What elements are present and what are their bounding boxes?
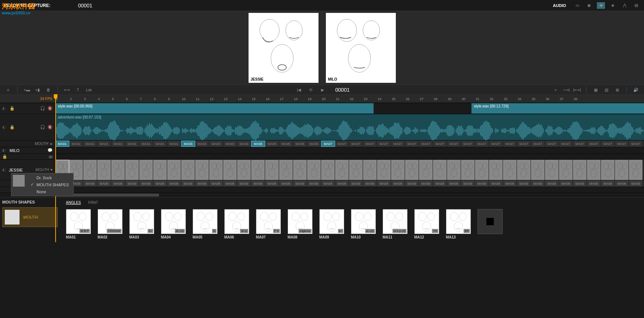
label-cell[interactable]: MA09 [97,180,111,187]
label-cell[interactable]: MA09 [531,180,545,187]
shape-item[interactable]: a i (2)MA10 [351,209,376,239]
phoneme-cell[interactable]: MA07 [559,141,573,147]
phoneme-cell[interactable]: MA03 [181,141,195,147]
shapes-tab[interactable]: ANGLES [66,201,81,205]
frame-cell[interactable] [167,160,181,180]
frame-cell[interactable] [377,160,391,180]
label-cell[interactable]: MA09 [223,180,237,187]
phoneme-cell[interactable]: MA07 [391,141,405,147]
phoneme-cell[interactable]: MA07 [335,141,349,147]
menu-item[interactable]: ✓None [26,188,73,195]
frame-cell[interactable] [279,160,293,180]
phoneme-cell[interactable]: MA07 [377,141,391,147]
phoneme-cell[interactable]: MA07 [601,141,615,147]
shape-item[interactable]: m b p (2)MA11 [383,209,408,239]
phoneme-cell[interactable]: MA07 [615,141,629,147]
shape-item[interactable]: OMA05 [193,209,218,239]
frame-cell[interactable] [139,160,153,180]
label-cell[interactable]: MA09 [503,180,517,187]
label-cell[interactable]: MA09 [83,180,97,187]
frame-cell[interactable] [545,160,559,180]
phoneme-cell[interactable]: MA07 [475,141,489,147]
frame-cell[interactable] [83,160,97,180]
label-cell[interactable]: MA09 [181,180,195,187]
label-cell[interactable]: MA09 [251,180,265,187]
frame-cell[interactable] [293,160,307,180]
frame-cell[interactable] [559,160,573,180]
shape-item[interactable]: A I (2)MA04 [161,209,186,239]
monitor-icon[interactable]: ▭ [573,2,581,9]
add-frame-button[interactable]: +▮ [33,86,42,93]
fps-label[interactable]: 24 FPS [40,97,52,101]
waveform-icon[interactable]: ⊹ [597,2,605,9]
phoneme-cell[interactable]: MA01 [97,141,111,147]
audio-clip[interactable]: style.wav [00:00.958] [55,103,374,114]
delete-button[interactable]: 🗑 [44,86,53,93]
label-cell[interactable]: MA09 [405,180,419,187]
frame-cell[interactable] [265,160,279,180]
label-cell[interactable]: MA09 [419,180,433,187]
phoneme-cell[interactable]: MA03 [237,141,251,147]
audio-clip[interactable]: style.wav [00:12.729] [471,103,644,114]
frame-cell[interactable] [195,160,209,180]
view-2-button[interactable]: ▧ [602,86,611,93]
dropdown-icon[interactable]: ▾ [50,167,53,172]
shape-item[interactable]: a iMA09 [319,209,344,239]
view-3-button[interactable]: ⊠ [613,86,622,93]
frame-cell[interactable] [587,160,601,180]
phoneme-cell[interactable]: MA07 [321,141,335,147]
shape-item[interactable]: A IMA03 [129,209,154,239]
phoneme-cell[interactable]: MA01 [167,141,181,147]
frame-cell[interactable] [629,160,643,180]
ae-symbol[interactable]: æ [49,154,53,159]
label-cell[interactable]: MA09 [349,180,363,187]
label-cell[interactable]: MA09 [307,180,321,187]
tool-2[interactable]: ⤒ [73,86,82,93]
phoneme-cell[interactable]: MA05 [279,141,293,147]
playhead[interactable] [55,95,56,242]
label-cell[interactable]: MA09 [615,180,629,187]
label-cell[interactable]: MA09 [237,180,251,187]
label-cell[interactable]: MA09 [629,180,643,187]
label-cell[interactable]: MA09 [517,180,531,187]
zoom-add-button[interactable]: + [551,86,560,93]
shape-item[interactable]: CDGKNZMA02 [98,209,123,239]
headphones-icon[interactable]: 🎧 [40,106,45,111]
volume-button[interactable]: 🔊 [631,86,640,93]
menu-icon[interactable]: ▤ [632,2,640,9]
phoneme-cell[interactable]: MA01 [153,141,167,147]
phoneme-cell[interactable]: MA07 [587,141,601,147]
frame-cell[interactable] [335,160,349,180]
shape-item[interactable]: M B PMA01 [66,209,91,239]
focus-icon[interactable]: ◈ [609,2,617,9]
frame-cell[interactable] [615,160,629,180]
shape-item[interactable]: W QMA06 [224,209,249,239]
frame-cell[interactable] [363,160,377,180]
preview-card-milo[interactable]: MILO [326,13,396,83]
frame-cell[interactable] [321,160,335,180]
frame-cell[interactable] [489,160,503,180]
label-cell[interactable]: MA09 [293,180,307,187]
view-1-button[interactable]: ▦ [591,86,600,93]
label-cell[interactable]: MA09 [461,180,475,187]
phoneme-cell[interactable]: MA01 [111,141,125,147]
label-cell[interactable]: MA09 [335,180,349,187]
phoneme-cell[interactable]: MA05 [307,141,321,147]
lock-icon[interactable]: 🔒 [10,106,15,111]
shapes-tab[interactable]: FRNT [88,201,98,205]
phoneme-cell[interactable]: MA01 [125,141,139,147]
label-cell[interactable]: MA09 [139,180,153,187]
phoneme-cell[interactable]: MA05 [293,141,307,147]
frame-cell[interactable] [223,160,237,180]
phoneme-cell[interactable]: MA07 [419,141,433,147]
label-cell[interactable]: MA09 [195,180,209,187]
label-cell[interactable]: MA09 [111,180,125,187]
visibility-icon[interactable]: ◐ [2,167,7,173]
shapes-sidebar-mouth[interactable]: MOUTH [2,207,58,227]
menu-item[interactable]: ✓MOUTH SHAPES [26,181,73,188]
label-cell[interactable]: MA09 [391,180,405,187]
label-cell[interactable]: MA09 [587,180,601,187]
tool-3[interactable]: ⤓æ [84,86,93,93]
phoneme-cell[interactable]: MA07 [447,141,461,147]
play-icon[interactable]: ▸ [50,141,53,146]
